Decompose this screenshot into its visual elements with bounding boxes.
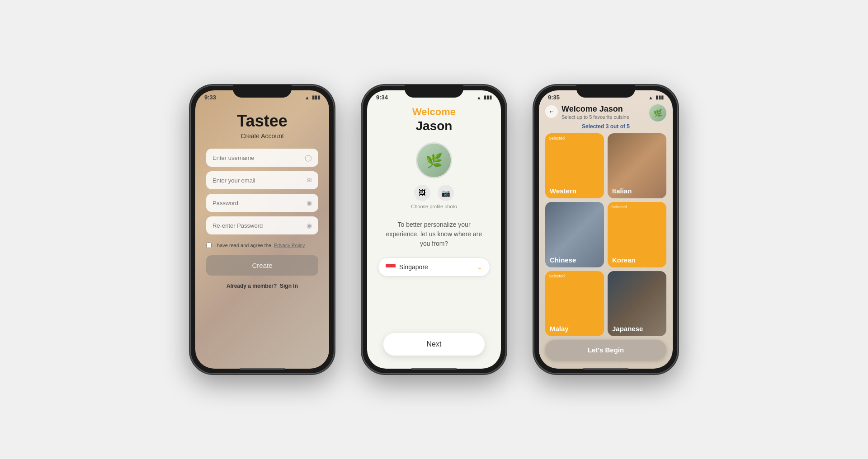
already-member-text: Already a member? <box>226 283 277 289</box>
cuisine-tile-western[interactable]: Selected Western <box>545 133 604 198</box>
email-field[interactable]: ✉ <box>206 171 318 189</box>
app-title: Tastee <box>237 112 287 131</box>
checkbox-label: I have read and agree the <box>214 243 271 248</box>
selected-count: Selected 3 out of 5 <box>545 123 666 130</box>
battery-icon-3: ▮▮▮ <box>656 94 664 100</box>
create-account-label: Create Account <box>241 132 284 140</box>
status-icons-1: ▲ ▮▮▮ <box>305 94 320 100</box>
lets-begin-button[interactable]: Let's Begin <box>545 340 666 360</box>
time-1: 9:33 <box>204 94 216 101</box>
status-bar-1: 9:33 ▲ ▮▮▮ <box>195 90 329 103</box>
time-2: 9:34 <box>376 94 388 101</box>
status-bar-3: 9:35 ▲ ▮▮▮ <box>539 90 673 103</box>
email-icon: ✉ <box>307 177 312 184</box>
cuisine-tile-malay[interactable]: Selected Malay <box>545 271 604 336</box>
create-account-screen: Tastee Create Account ◯ ✉ ◉ ◉ <box>195 103 329 365</box>
privacy-link[interactable]: Privacy Policy <box>274 243 305 248</box>
welcome-label: Welcome <box>412 106 456 118</box>
phone-welcome: 9:34 ▲ ▮▮▮ Welcome Jason 🌿 🖼 📷 Choose pr… <box>362 85 506 374</box>
privacy-checkbox[interactable] <box>206 243 212 248</box>
selected-label-korean: Selected <box>611 205 627 209</box>
password-field[interactable]: ◉ <box>206 194 318 212</box>
welcome-name: Jason <box>416 119 453 133</box>
wifi-icon: ▲ <box>305 95 310 100</box>
singapore-flag <box>386 264 396 271</box>
cuisine-tile-japanese[interactable]: Japanese <box>608 271 666 336</box>
privacy-row: I have read and agree the Privacy Policy <box>206 243 305 248</box>
cuisine-grid: Selected Western Italian Chinese Selecte… <box>545 133 666 336</box>
username-input[interactable] <box>212 155 305 161</box>
password-input[interactable] <box>212 200 307 206</box>
cuisine-tile-korean[interactable]: Selected Korean <box>608 202 666 267</box>
create-button[interactable]: Create <box>206 255 318 276</box>
signin-row: Already a member? Sign In <box>226 283 298 289</box>
cuisine-header: ← Welcome Jason Select up to 5 favourite… <box>545 104 666 122</box>
cuisine-tile-chinese[interactable]: Chinese <box>545 202 604 267</box>
email-input[interactable] <box>212 177 307 184</box>
chinese-label: Chinese <box>545 253 604 267</box>
gallery-button[interactable]: 🖼 <box>414 185 430 201</box>
wifi-icon-2: ▲ <box>476 95 481 100</box>
header-text: Welcome Jason Select up to 5 favourite c… <box>558 104 649 120</box>
phones-container: 9:33 ▲ ▮▮▮ Tastee Create Account ◯ ✉ <box>190 85 678 374</box>
status-bar-2: 9:34 ▲ ▮▮▮ <box>367 90 501 103</box>
next-button[interactable]: Next <box>383 333 484 356</box>
profile-photo: 🌿 <box>416 142 452 178</box>
phone-create-account: 9:33 ▲ ▮▮▮ Tastee Create Account ◯ ✉ <box>190 85 335 374</box>
selected-label-western: Selected <box>549 136 565 141</box>
camera-button[interactable]: 📷 <box>438 185 454 201</box>
signin-link[interactable]: Sign In <box>280 283 298 289</box>
malay-label: Malay <box>545 321 604 336</box>
reenter-password-field[interactable]: ◉ <box>206 216 318 234</box>
welcome-screen: Welcome Jason 🌿 🖼 📷 Choose profile photo… <box>367 103 501 365</box>
cuisine-tile-italian[interactable]: Italian <box>608 133 666 198</box>
reenter-input[interactable] <box>212 222 307 229</box>
cuisine-screen: ← Welcome Jason Select up to 5 favourite… <box>539 103 673 365</box>
select-subtitle: Select up to 5 favourite cuisine <box>561 114 649 120</box>
wifi-icon-3: ▲ <box>648 95 653 100</box>
person-icon: ◯ <box>305 154 312 161</box>
eye-icon-2: ◉ <box>307 222 312 229</box>
country-name: Singapore <box>399 263 473 271</box>
time-3: 9:35 <box>548 94 560 101</box>
western-label: Western <box>545 183 604 198</box>
battery-icon: ▮▮▮ <box>312 94 320 100</box>
personalize-text: To better personalize your experience, l… <box>378 220 490 248</box>
status-icons-2: ▲ ▮▮▮ <box>476 94 492 100</box>
eye-icon: ◉ <box>307 199 312 206</box>
username-field[interactable]: ◯ <box>206 149 318 167</box>
selected-label-malay: Selected <box>549 274 565 278</box>
back-button[interactable]: ← <box>545 105 558 118</box>
photo-options: 🖼 📷 <box>414 185 454 201</box>
italian-label: Italian <box>608 183 666 198</box>
chevron-down-icon: ⌄ <box>477 263 482 271</box>
battery-icon-2: ▮▮▮ <box>484 94 492 100</box>
avatar-small: 🌿 <box>649 104 666 122</box>
japanese-label: Japanese <box>608 321 666 336</box>
choose-photo-label: Choose profile photo <box>411 204 457 209</box>
welcome-jason: Welcome Jason <box>561 104 649 114</box>
korean-label: Korean <box>608 253 666 267</box>
status-icons-3: ▲ ▮▮▮ <box>648 94 664 100</box>
country-dropdown[interactable]: Singapore ⌄ <box>378 258 490 276</box>
phone-cuisine: 9:35 ▲ ▮▮▮ ← Welcome Jason Select up to … <box>533 85 678 374</box>
